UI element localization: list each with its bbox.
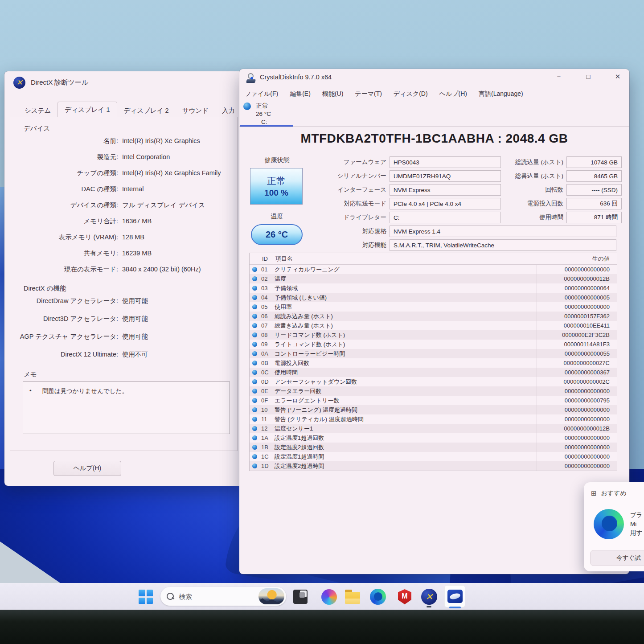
device-field-row: 共有メモリ: 16239 MB bbox=[10, 249, 237, 258]
maximize-button[interactable]: □ bbox=[583, 73, 594, 81]
directx-tab[interactable]: サウンド bbox=[176, 104, 215, 117]
directx-titlebar: ✕ DirectX 診断ツール bbox=[13, 77, 88, 89]
bullet-icon: • bbox=[29, 387, 32, 395]
note-text: 問題は見つかりませんでした。 bbox=[42, 387, 128, 395]
directx-diagnostic-window: ✕ DirectX 診断ツール システムディスプレイ 1ディスプレイ 2サウンド… bbox=[4, 71, 243, 486]
attribute-status-dot-icon bbox=[252, 286, 257, 291]
device-field-row: 表示メモリ (VRAM): 128 MB bbox=[10, 233, 237, 242]
temperature-pill: 26 °C bbox=[251, 224, 303, 245]
smart-attribute-row: 0D アンセーフシャットダウン回数 0000000000002C bbox=[250, 377, 617, 386]
menu-item[interactable]: 機能(U) bbox=[322, 90, 343, 98]
counter-field-row: 回転数 ---- (SSD) bbox=[489, 184, 622, 196]
attribute-status-dot-icon bbox=[252, 407, 257, 412]
disk-tab-status[interactable]: 正常 bbox=[256, 102, 268, 110]
info-field-row: 対応規格 NVM Express 1.4 bbox=[320, 226, 620, 237]
directx-tab[interactable]: システム bbox=[18, 104, 57, 117]
crystaldiskinfo-app-icon bbox=[246, 73, 256, 83]
flyout-title: おすすめ bbox=[601, 489, 627, 497]
smart-attribute-row: 02 温度 0000000000012B bbox=[250, 274, 617, 283]
smart-attribute-row: 1D 設定温度2超過時間 00000000000000 bbox=[250, 461, 617, 471]
counter-field-row: 使用時間 871 時間 bbox=[489, 212, 622, 223]
smart-attribute-row: 04 予備領域 (しきい値) 00000000000005 bbox=[250, 293, 617, 302]
feature-field-row: AGP テクスチャ アクセラレータ: 使用可能 bbox=[10, 332, 237, 341]
smart-attribute-row: 10 警告 (ワーニング) 温度超過時間 00000000000000 bbox=[250, 405, 617, 414]
menu-item[interactable]: 言語(Language) bbox=[479, 90, 523, 98]
smart-attribute-row: 08 リードコマンド数 (ホスト) 0000000E2F3C2B bbox=[250, 330, 617, 340]
directx-running-indicator bbox=[427, 606, 431, 607]
smart-table-header: ID 項目名 生の値 bbox=[250, 253, 617, 265]
disk-tab-temperature: 26 °C bbox=[256, 111, 271, 117]
task-view-icon bbox=[293, 590, 308, 604]
smart-attribute-row: 0E データエラー回数 00000000000000 bbox=[250, 386, 617, 396]
mcafee-shield-icon: M bbox=[398, 589, 411, 604]
search-highlight-thumbnail[interactable] bbox=[258, 588, 284, 604]
directx-tab[interactable]: ディスプレイ 1 bbox=[57, 102, 117, 117]
directx-tab[interactable]: 入力 bbox=[215, 104, 242, 117]
device-field-row: チップの種類: Intel(R) Iris(R) Xe Graphics Fam… bbox=[10, 168, 237, 177]
minimize-button[interactable]: − bbox=[554, 73, 564, 81]
notes-box: • 問題は見つかりませんでした。 bbox=[23, 381, 230, 434]
taskbar-search-box[interactable] bbox=[160, 587, 286, 606]
health-percent-value: 100 % bbox=[264, 188, 288, 198]
windows-logo-icon bbox=[139, 590, 153, 604]
flyout-header: ⊞ おすすめ bbox=[591, 489, 627, 497]
temperature-value: 26 °C bbox=[266, 230, 288, 240]
recommendation-flyout: ⊞ おすすめ ブラ Mi 用す 今すぐ試 bbox=[584, 482, 644, 571]
attribute-status-dot-icon bbox=[252, 398, 257, 403]
smart-attribute-row: 11 警告 (クリティカル) 温度超過時間 00000000000000 bbox=[250, 414, 617, 424]
smart-attribute-row: 06 総読み込み量 (ホスト) 0000000157F362 bbox=[250, 312, 617, 321]
attribute-status-dot-icon bbox=[252, 389, 257, 394]
crystaldiskinfo-icon bbox=[447, 590, 463, 603]
device-field-row: デバイスの種類: フル ディスプレイ デバイス bbox=[10, 201, 237, 209]
feature-field-row: DirectX 12 Ultimate: 使用不可 bbox=[10, 350, 237, 359]
edge-icon bbox=[370, 589, 386, 605]
menu-item[interactable]: ヘルプ(H) bbox=[439, 90, 467, 98]
attribute-status-dot-icon bbox=[252, 314, 257, 319]
temperature-label: 温度 bbox=[249, 213, 305, 221]
device-field-row: 製造元: Intel Corporation bbox=[10, 152, 237, 161]
health-status-box[interactable]: 正常 100 % bbox=[250, 168, 303, 205]
edge-button[interactable] bbox=[369, 588, 386, 605]
attribute-status-dot-icon bbox=[252, 379, 257, 384]
attribute-status-dot-icon bbox=[252, 445, 257, 450]
try-now-button[interactable]: 今すぐ試 bbox=[590, 550, 644, 566]
attribute-status-dot-icon bbox=[252, 304, 257, 309]
help-button[interactable]: ヘルプ(H) bbox=[53, 461, 121, 476]
smart-attribute-row: 0B 電源投入回数 0000000000027C bbox=[250, 358, 617, 368]
device-field-row: DAC の種類: Internal bbox=[10, 185, 237, 193]
disk-health-dot-icon bbox=[243, 103, 251, 110]
features-field-list: DirectDraw アクセラレータ: 使用可能 Direct3D アクセラレー… bbox=[10, 296, 237, 359]
close-button[interactable]: ✕ bbox=[612, 73, 623, 81]
window-controls: − □ ✕ bbox=[554, 73, 623, 81]
search-icon bbox=[167, 593, 174, 600]
attribute-status-dot-icon bbox=[252, 464, 257, 468]
feature-field-row: Direct3D アクセラレータ: 使用可能 bbox=[10, 314, 237, 323]
search-input[interactable] bbox=[179, 593, 246, 600]
feature-field-row: DirectDraw アクセラレータ: 使用可能 bbox=[10, 296, 237, 305]
menu-item[interactable]: 編集(E) bbox=[290, 90, 311, 98]
flyout-text-line: Mi bbox=[630, 520, 643, 529]
smart-attribute-row: 1A 設定温度1超過回数 00000000000000 bbox=[250, 433, 617, 443]
directx-tab[interactable]: ディスプレイ 2 bbox=[117, 104, 176, 117]
menu-item[interactable]: テーマ(T) bbox=[355, 90, 382, 98]
menu-item[interactable]: ディスク(D) bbox=[394, 90, 428, 98]
menu-item[interactable]: ファイル(F) bbox=[245, 90, 278, 98]
info-field-row: 対応機能 S.M.A.R.T., TRIM, VolatileWriteCach… bbox=[320, 239, 620, 251]
directx-app-icon: ✕ bbox=[13, 77, 25, 89]
file-explorer-button[interactable] bbox=[344, 588, 361, 605]
attribute-status-dot-icon bbox=[252, 295, 257, 300]
flyout-text-line: ブラ bbox=[630, 511, 643, 520]
copilot-button[interactable] bbox=[320, 588, 337, 605]
note-item: • 問題は見つかりませんでした。 bbox=[29, 387, 223, 395]
disk-model-title: MTFDKBA2T0TFH-1BC1AABHA : 2048.4 GB bbox=[239, 131, 629, 146]
start-button[interactable] bbox=[137, 588, 154, 605]
mcafee-button[interactable]: M bbox=[396, 588, 413, 605]
smart-attributes-table: ID 項目名 生の値 01 クリティカルワーニング 00000000000000… bbox=[249, 253, 617, 471]
crystaldiskinfo-taskbar-button[interactable] bbox=[444, 585, 465, 607]
health-status-value: 正常 bbox=[267, 175, 286, 187]
task-view-button[interactable] bbox=[292, 588, 309, 605]
smart-rows: 01 クリティカルワーニング 00000000000000 02 温度 0000… bbox=[250, 265, 617, 471]
smart-attribute-row: 0A コントローラービジー時間 00000000000055 bbox=[250, 349, 617, 358]
directx-taskbar-button[interactable]: ✕ bbox=[421, 588, 438, 605]
notes-group-title: メモ bbox=[24, 370, 237, 379]
